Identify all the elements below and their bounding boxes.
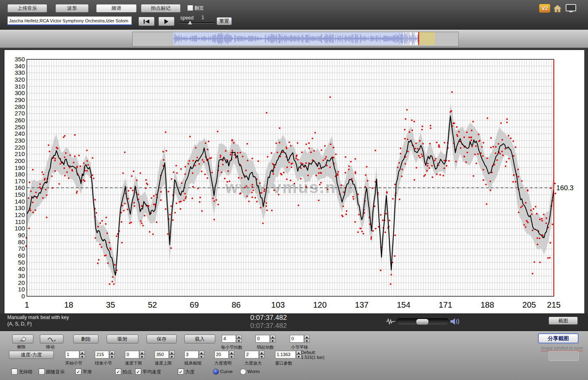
svg-text:320: 320 bbox=[15, 76, 25, 83]
fullscreen-icon[interactable] bbox=[565, 4, 577, 13]
bar-shift-value[interactable]: 0 bbox=[290, 335, 304, 343]
curve-radio[interactable] bbox=[213, 369, 219, 375]
svg-text:220: 220 bbox=[15, 144, 25, 151]
svg-text:170: 170 bbox=[15, 178, 25, 185]
rewind-icon bbox=[143, 20, 150, 24]
smooth-checkbox[interactable] bbox=[75, 369, 81, 375]
bottom-control-panel: 擦除 移动 删除 吸附 保存 载入 4 每小节拍数 0 弱起拍数 0 小节平移 … bbox=[0, 331, 588, 380]
share-screenshot-button[interactable]: 分享截图 bbox=[538, 333, 579, 343]
track-title-input[interactable] bbox=[7, 16, 132, 25]
tempo-min-arrows[interactable] bbox=[140, 351, 145, 358]
svg-text:240: 240 bbox=[15, 130, 25, 137]
svg-text:10: 10 bbox=[18, 286, 25, 293]
follow-music-label: 跟随音乐 bbox=[46, 369, 65, 375]
svg-text:140: 140 bbox=[15, 198, 25, 205]
start-bar-spinner[interactable]: 1 bbox=[65, 351, 85, 358]
beat-points-checkbox[interactable] bbox=[115, 369, 121, 375]
bar-shift-spinner[interactable]: 0 bbox=[290, 335, 310, 343]
svg-text:215: 215 bbox=[547, 300, 560, 309]
svg-text:188: 188 bbox=[481, 300, 494, 309]
move-tool-button[interactable] bbox=[40, 334, 63, 343]
end-bar-value[interactable]: 215 bbox=[95, 351, 109, 358]
beats-per-bar-value[interactable]: 4 bbox=[222, 335, 236, 343]
tempo-min-value[interactable]: 0 bbox=[125, 351, 139, 358]
image-sended-text: Image sended to save bbox=[537, 345, 587, 350]
dynamics-scale-arrows[interactable] bbox=[259, 351, 264, 358]
dynamics-scale-value[interactable]: 2 bbox=[245, 351, 259, 358]
beats-per-bar-label: 每小节拍数 bbox=[221, 345, 243, 350]
waveform-overview[interactable] bbox=[132, 32, 459, 46]
volume-slider[interactable] bbox=[397, 318, 449, 325]
svg-text:0: 0 bbox=[22, 293, 25, 300]
no-click-checkbox[interactable] bbox=[11, 369, 17, 375]
screenshot-button[interactable]: 截图 bbox=[549, 317, 578, 325]
tempo-dynamics-button[interactable]: 速度-力度 bbox=[9, 351, 54, 359]
snap-button[interactable]: 吸附 bbox=[107, 334, 138, 343]
curve-radio-label: Curve bbox=[220, 369, 233, 374]
erase-tool-button[interactable] bbox=[12, 334, 33, 343]
vmus-tempo-app: 上传音乐 波形 频谱 拍点标记 翻页 speed 1 重置 V2 bbox=[0, 0, 588, 380]
beat-marks-button[interactable]: 拍点标记 bbox=[141, 4, 181, 13]
tempo-max-value[interactable]: 350 bbox=[155, 351, 169, 358]
erase-tool-label: 擦除 bbox=[17, 344, 26, 350]
dynamics-checkbox[interactable] bbox=[178, 369, 184, 375]
end-bar-spinner[interactable]: 215 bbox=[95, 351, 115, 358]
beats-per-bar-arrows[interactable] bbox=[236, 335, 242, 343]
pickup-beats-arrows[interactable] bbox=[270, 335, 275, 343]
dynamics-scale-spinner[interactable]: 2 bbox=[245, 351, 264, 358]
worm-radio[interactable] bbox=[240, 369, 246, 375]
avg-tempo-checkbox[interactable] bbox=[135, 369, 141, 375]
line-width-value[interactable]: 3 bbox=[184, 351, 199, 358]
upload-music-button[interactable]: 上传音乐 bbox=[7, 4, 47, 13]
pickup-beats-spinner[interactable]: 0 bbox=[256, 335, 275, 343]
v2-logo[interactable]: V2 bbox=[539, 4, 550, 13]
speed-slider[interactable] bbox=[179, 21, 214, 24]
home-icon[interactable] bbox=[552, 4, 563, 13]
tempo-max-spinner[interactable]: 350 bbox=[155, 351, 175, 358]
line-width-arrows[interactable] bbox=[199, 351, 204, 358]
svg-text:230: 230 bbox=[15, 137, 25, 144]
speed-slider-thumb[interactable] bbox=[188, 21, 192, 24]
svg-text:137: 137 bbox=[355, 300, 368, 309]
play-icon bbox=[164, 19, 169, 24]
default-value: 1.515(1 bar) bbox=[301, 355, 324, 360]
rewind-button[interactable] bbox=[138, 17, 155, 26]
start-bar-value[interactable]: 1 bbox=[65, 351, 79, 358]
time-current: 0:07:37.482 bbox=[228, 314, 309, 322]
end-bar-arrows[interactable] bbox=[109, 351, 115, 358]
svg-text:310: 310 bbox=[15, 83, 25, 90]
spectrum-button[interactable]: 频谱 bbox=[96, 4, 137, 13]
move-curve-icon bbox=[48, 337, 56, 341]
svg-text:300: 300 bbox=[15, 89, 25, 96]
beats-per-bar-spinner[interactable]: 4 bbox=[222, 335, 242, 343]
svg-text:52: 52 bbox=[148, 300, 157, 309]
load-button[interactable]: 载入 bbox=[184, 334, 215, 343]
svg-text:35: 35 bbox=[106, 300, 115, 309]
play-button[interactable] bbox=[158, 17, 175, 26]
window-param-value[interactable]: 1.1363 bbox=[275, 351, 296, 358]
dynamics-opacity-arrows[interactable] bbox=[229, 351, 234, 358]
pickup-beats-value[interactable]: 0 bbox=[256, 335, 270, 343]
follow-music-checkbox[interactable] bbox=[39, 369, 45, 375]
tempo-max-arrows[interactable] bbox=[169, 351, 175, 358]
waveform-button[interactable]: 波形 bbox=[55, 4, 89, 13]
dynamics-opacity-spinner[interactable]: 20 bbox=[214, 351, 234, 358]
delete-button[interactable]: 删除 bbox=[73, 334, 98, 343]
tempo-chart[interactable]: www.vmus.net0102030405060708090100110120… bbox=[4, 50, 584, 313]
bar-shift-arrows[interactable] bbox=[304, 335, 310, 343]
line-width-spinner[interactable]: 3 bbox=[184, 351, 204, 358]
bar-shift-label: 小节平移 bbox=[291, 345, 308, 350]
svg-text:120: 120 bbox=[15, 211, 25, 218]
volume-knob[interactable] bbox=[416, 319, 429, 325]
save-button[interactable]: 保存 bbox=[146, 334, 177, 343]
tempo-min-spinner[interactable]: 0 bbox=[125, 351, 145, 358]
svg-text:70: 70 bbox=[18, 245, 25, 252]
start-bar-arrows[interactable] bbox=[80, 351, 85, 358]
page-turn-checkbox[interactable] bbox=[187, 5, 193, 11]
reset-button[interactable]: 重置 bbox=[216, 17, 232, 25]
svg-text:130: 130 bbox=[15, 204, 25, 211]
window-param-spinner[interactable]: 1.1363 bbox=[275, 351, 302, 358]
speaker-icon[interactable] bbox=[450, 317, 461, 326]
dynamics-opacity-value[interactable]: 20 bbox=[214, 351, 229, 358]
svg-text:280: 280 bbox=[15, 103, 25, 110]
